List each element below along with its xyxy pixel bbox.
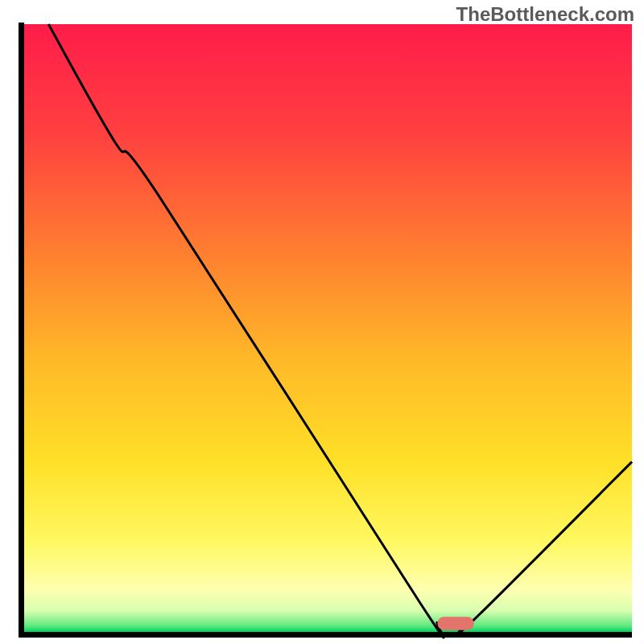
chart-container: TheBottleneck.com [0, 0, 644, 644]
gradient-background [24, 24, 632, 632]
axis-left [19, 23, 24, 638]
optimum-marker [437, 617, 473, 630]
axis-bottom [19, 632, 632, 638]
watermark-text: TheBottleneck.com [456, 3, 634, 26]
bottleneck-chart [0, 0, 644, 644]
